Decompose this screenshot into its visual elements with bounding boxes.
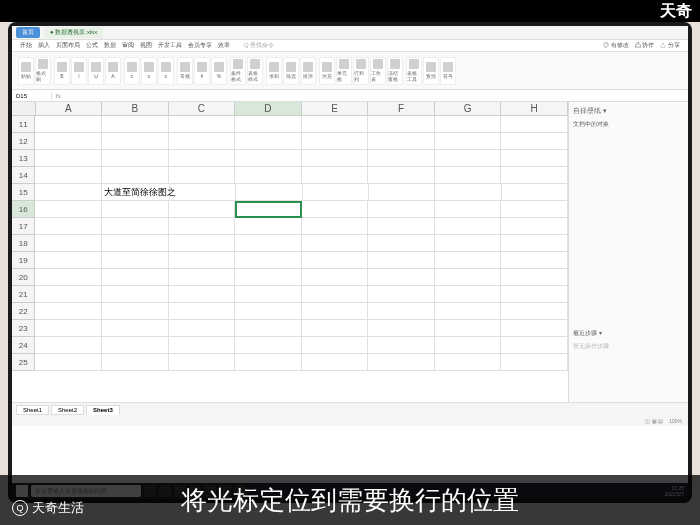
cell[interactable]	[35, 218, 102, 235]
row-header[interactable]: 19	[12, 252, 35, 269]
ribbon-button[interactable]: 符号	[440, 57, 456, 85]
cell[interactable]	[102, 133, 169, 150]
cell[interactable]	[235, 150, 302, 167]
cell[interactable]	[501, 201, 568, 218]
cell[interactable]	[102, 252, 169, 269]
cell[interactable]	[102, 167, 169, 184]
tab-home[interactable]: 首页	[16, 27, 40, 38]
row-header[interactable]: 16	[12, 201, 35, 218]
cell[interactable]	[435, 150, 502, 167]
row-header[interactable]: 23	[12, 320, 35, 337]
cell[interactable]	[102, 286, 169, 303]
sheet-tab[interactable]: Sheet3	[86, 405, 120, 415]
cell[interactable]	[102, 201, 169, 218]
cell[interactable]	[169, 218, 236, 235]
ribbon-tab[interactable]: 插入	[38, 41, 50, 50]
ribbon-tab[interactable]: 开发工具	[158, 41, 182, 50]
cell[interactable]	[35, 303, 102, 320]
cell[interactable]	[368, 252, 435, 269]
cell[interactable]	[169, 167, 236, 184]
cell[interactable]	[302, 303, 369, 320]
cell[interactable]	[169, 320, 236, 337]
cell[interactable]	[368, 337, 435, 354]
cell[interactable]	[235, 116, 302, 133]
cell[interactable]	[235, 201, 302, 218]
ribbon-button[interactable]: 冻结窗格	[387, 57, 403, 85]
cell[interactable]	[302, 354, 369, 371]
cell[interactable]	[35, 116, 102, 133]
ribbon-button[interactable]: 粘贴	[18, 57, 34, 85]
cell[interactable]	[502, 184, 568, 201]
column-header[interactable]: D	[235, 102, 302, 116]
panel-item[interactable]: 文档中的对象	[573, 120, 684, 129]
cell[interactable]	[435, 133, 502, 150]
ribbon-button[interactable]: U	[88, 57, 104, 85]
ribbon-tab[interactable]: 数据	[104, 41, 116, 50]
cell[interactable]	[302, 150, 369, 167]
column-header[interactable]: E	[302, 102, 369, 116]
ribbon-tab[interactable]: 效率	[218, 41, 230, 50]
cell[interactable]	[435, 269, 502, 286]
cell[interactable]	[170, 184, 236, 201]
ribbon-button[interactable]: 表格工具	[406, 57, 422, 85]
cell[interactable]	[169, 252, 236, 269]
column-header[interactable]: G	[435, 102, 502, 116]
cell[interactable]	[368, 269, 435, 286]
cell[interactable]	[501, 116, 568, 133]
ribbon-button[interactable]: 行和列	[353, 57, 369, 85]
ribbon-search[interactable]: Q 查找命令	[244, 41, 274, 50]
column-header[interactable]: C	[169, 102, 236, 116]
ribbon-collab[interactable]: 凸 协作	[635, 41, 655, 50]
cell[interactable]	[235, 235, 302, 252]
row-header[interactable]: 22	[12, 303, 35, 320]
cell[interactable]	[501, 252, 568, 269]
ribbon-button[interactable]: 查找	[423, 57, 439, 85]
cell[interactable]	[368, 133, 435, 150]
cell[interactable]	[35, 337, 102, 354]
ribbon-button[interactable]: ¥	[194, 57, 210, 85]
ribbon-tab[interactable]: 页面布局	[56, 41, 80, 50]
cell[interactable]	[501, 337, 568, 354]
row-header[interactable]: 20	[12, 269, 35, 286]
cell[interactable]	[501, 286, 568, 303]
cell[interactable]	[302, 116, 369, 133]
cell-reference[interactable]: D15	[12, 93, 52, 99]
row-header[interactable]: 25	[12, 354, 35, 371]
cell[interactable]	[368, 201, 435, 218]
ribbon-button[interactable]: 求和	[266, 57, 282, 85]
cell[interactable]	[102, 303, 169, 320]
column-header[interactable]: A	[36, 102, 103, 116]
zoom-level[interactable]: 100%	[669, 418, 682, 424]
ribbon-button[interactable]: B	[54, 57, 70, 85]
ribbon-button[interactable]: 条件格式	[230, 57, 246, 85]
cell[interactable]	[35, 184, 101, 201]
cell[interactable]	[435, 218, 502, 235]
cell[interactable]	[169, 337, 236, 354]
ribbon-button[interactable]: 筛选	[283, 57, 299, 85]
row-header[interactable]: 18	[12, 235, 35, 252]
cell[interactable]	[102, 150, 169, 167]
cell[interactable]	[35, 286, 102, 303]
cell[interactable]	[302, 337, 369, 354]
ribbon-button[interactable]: 填充	[319, 57, 335, 85]
cell[interactable]	[102, 320, 169, 337]
cell[interactable]	[501, 320, 568, 337]
ribbon-tab[interactable]: 开始	[20, 41, 32, 50]
cell[interactable]	[368, 218, 435, 235]
cell[interactable]	[435, 201, 502, 218]
cell[interactable]	[169, 201, 236, 218]
ribbon-tab[interactable]: 会员专享	[188, 41, 212, 50]
cell[interactable]	[501, 269, 568, 286]
cell[interactable]	[102, 218, 169, 235]
cell[interactable]	[235, 133, 302, 150]
cell[interactable]	[102, 116, 169, 133]
cell[interactable]	[302, 167, 369, 184]
cell[interactable]	[368, 167, 435, 184]
ribbon-button[interactable]: 单元格	[336, 57, 352, 85]
cell[interactable]	[235, 269, 302, 286]
cell[interactable]	[501, 235, 568, 252]
cell[interactable]	[235, 337, 302, 354]
row-header[interactable]: 24	[12, 337, 35, 354]
cell[interactable]	[369, 184, 435, 201]
cell[interactable]	[169, 354, 236, 371]
